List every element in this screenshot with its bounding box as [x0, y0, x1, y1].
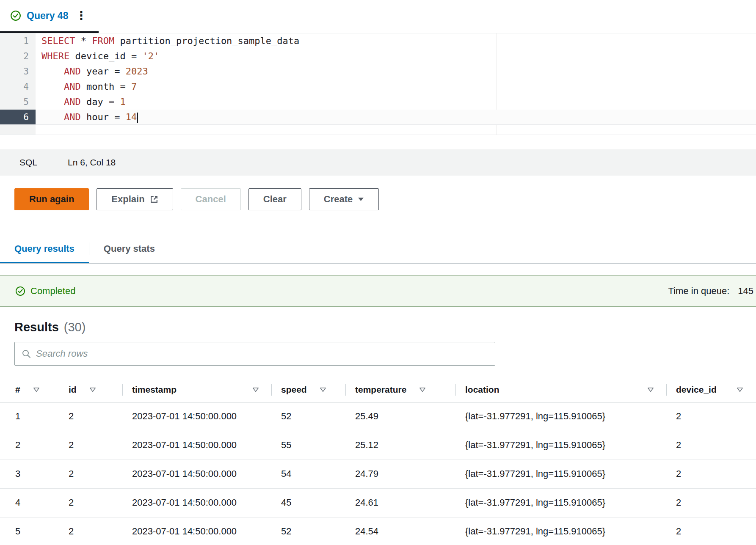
- column-header-speed[interactable]: speed: [272, 377, 346, 402]
- column-label: device_id: [676, 385, 717, 395]
- explain-label: Explain: [111, 194, 144, 205]
- code-text: AND year = 2023: [36, 64, 148, 79]
- editor-language-label: SQL: [19, 157, 37, 168]
- athena-query-editor-page: Query 48 ⋮ 1SELECT * FROM partition_proj…: [0, 0, 756, 545]
- table-cell: 2: [59, 431, 123, 460]
- table-cell: 24.54: [346, 517, 456, 545]
- text-cursor: [137, 113, 138, 123]
- column-label: #: [15, 385, 20, 395]
- table-cell: 4: [0, 488, 59, 517]
- code-line[interactable]: 2WHERE device_id = '2': [0, 49, 756, 64]
- status-banner-left: Completed: [15, 286, 75, 297]
- editor-status-bar: SQL Ln 6, Col 18: [0, 149, 756, 176]
- sort-icon[interactable]: [33, 387, 40, 392]
- cursor-position: Ln 6, Col 18: [68, 157, 116, 168]
- line-number: 2: [0, 49, 36, 64]
- code-line[interactable]: 3 AND year = 2023: [0, 64, 756, 79]
- sort-icon[interactable]: [647, 387, 654, 392]
- table-cell: 54: [272, 460, 346, 488]
- clear-button[interactable]: Clear: [248, 188, 301, 210]
- column-header-timestamp[interactable]: timestamp: [123, 377, 272, 402]
- sort-icon[interactable]: [320, 387, 326, 392]
- table-cell: 25.49: [346, 402, 456, 431]
- table-cell: 55: [272, 431, 346, 460]
- results-tabs: Query results Query stats: [0, 234, 756, 264]
- completed-check-circle-icon: [15, 286, 25, 296]
- column-header-row-number[interactable]: #: [0, 377, 59, 402]
- create-label: Create: [324, 194, 353, 205]
- table-cell: 25.12: [346, 431, 456, 460]
- query-tab[interactable]: Query 48 ⋮: [0, 0, 99, 33]
- sort-icon[interactable]: [89, 387, 96, 392]
- table-cell: 1: [0, 402, 59, 431]
- table-cell: 24.61: [346, 488, 456, 517]
- code-line[interactable]: 1SELECT * FROM partition_projection_samp…: [0, 33, 756, 49]
- run-again-button[interactable]: Run again: [14, 188, 89, 210]
- query-tab-title: Query 48: [27, 10, 68, 22]
- line-number: 1: [0, 33, 36, 49]
- search-icon: [22, 349, 31, 358]
- code-lines: 1SELECT * FROM partition_projection_samp…: [0, 33, 756, 125]
- create-button[interactable]: Create: [309, 188, 379, 210]
- external-link-icon: [150, 195, 158, 204]
- table-cell: 52: [272, 402, 346, 431]
- search-input[interactable]: [36, 348, 488, 359]
- sort-icon[interactable]: [419, 387, 426, 392]
- status-banner: Completed Time in queue: 145: [0, 275, 756, 307]
- table-cell: 24.79: [346, 460, 456, 488]
- sort-icon[interactable]: [737, 387, 743, 392]
- line-number: 6: [0, 110, 36, 124]
- cancel-button: Cancel: [181, 188, 241, 210]
- tab-query-results[interactable]: Query results: [0, 234, 89, 263]
- code-line[interactable]: 4 AND month = 7: [0, 79, 756, 94]
- code-text: AND day = 1: [36, 94, 126, 110]
- column-header-device-id[interactable]: device_id: [667, 377, 756, 402]
- table-row: 422023-07-01 14:50:00.0004524.61{lat=-31…: [0, 488, 756, 517]
- line-number: 3: [0, 64, 36, 79]
- table-cell: 2023-07-01 14:50:00.000: [123, 460, 272, 488]
- column-label: timestamp: [132, 385, 177, 395]
- code-line[interactable]: 6 AND hour = 14: [0, 110, 756, 125]
- status-banner-right: Time in queue: 145: [668, 286, 753, 297]
- line-number: 4: [0, 79, 36, 94]
- explain-button[interactable]: Explain: [97, 188, 173, 210]
- caret-down-icon: [358, 197, 364, 201]
- table-cell: {lat=-31.977291, lng=115.910065}: [456, 402, 667, 431]
- code-text: WHERE device_id = '2': [36, 49, 159, 64]
- table-cell: {lat=-31.977291, lng=115.910065}: [456, 517, 667, 545]
- table-row: 522023-07-01 14:50:00.0005224.54{lat=-31…: [0, 517, 756, 545]
- table-row: 322023-07-01 14:50:00.0005424.79{lat=-31…: [0, 460, 756, 488]
- column-label: id: [69, 385, 77, 395]
- action-toolbar: Run again Explain Cancel Clear Create: [0, 188, 756, 210]
- results-heading: Results (30): [0, 320, 756, 334]
- table-cell: 2: [0, 431, 59, 460]
- code-text: AND hour = 14: [36, 110, 138, 124]
- table-header-row: # id timestamp: [0, 377, 756, 402]
- table-cell: 45: [272, 488, 346, 517]
- column-header-temperature[interactable]: temperature: [346, 377, 456, 402]
- kebab-menu-icon[interactable]: ⋮: [75, 10, 87, 22]
- sort-icon[interactable]: [252, 387, 259, 392]
- column-label: speed: [281, 385, 307, 395]
- sql-editor[interactable]: 1SELECT * FROM partition_projection_samp…: [0, 33, 756, 135]
- column-header-location[interactable]: location: [456, 377, 667, 402]
- table-row: 122023-07-01 14:50:00.0005225.49{lat=-31…: [0, 402, 756, 431]
- column-label: location: [465, 385, 499, 395]
- tab-query-stats[interactable]: Query stats: [89, 234, 169, 263]
- table-cell: 2: [667, 431, 756, 460]
- code-text: SELECT * FROM partition_projection_sampl…: [36, 33, 299, 49]
- column-header-id[interactable]: id: [59, 377, 123, 402]
- table-cell: 2: [59, 517, 123, 545]
- table-cell: {lat=-31.977291, lng=115.910065}: [456, 431, 667, 460]
- table-row: 222023-07-01 14:50:00.0005525.12{lat=-31…: [0, 431, 756, 460]
- table-cell: 2: [59, 460, 123, 488]
- table-cell: 2023-07-01 14:50:00.000: [123, 517, 272, 545]
- table-cell: 3: [0, 460, 59, 488]
- code-line[interactable]: 5 AND day = 1: [0, 94, 756, 110]
- table-cell: {lat=-31.977291, lng=115.910065}: [456, 460, 667, 488]
- table-cell: 52: [272, 517, 346, 545]
- table-cell: 2: [667, 460, 756, 488]
- time-in-queue-value: 145: [738, 286, 753, 297]
- results-title: Results: [14, 320, 59, 334]
- line-number: 5: [0, 94, 36, 110]
